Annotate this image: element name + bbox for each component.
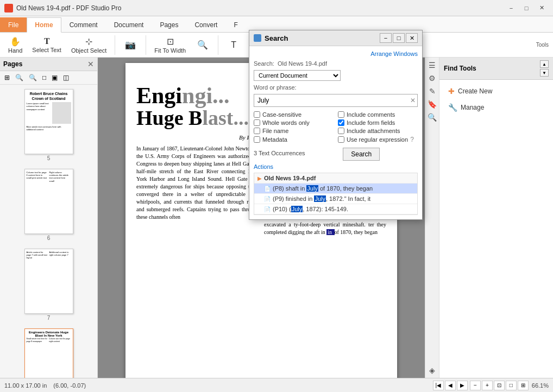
right-tool-2[interactable]: ⚙	[427, 73, 438, 84]
result-item-3[interactable]: 📄 (P10) (July, 1872): 145-149.	[254, 204, 417, 214]
zoom-fit-button[interactable]: ⊡	[494, 381, 505, 390]
include-comments-check[interactable]	[338, 111, 344, 118]
manage-button[interactable]: 🔧 Manage	[444, 100, 549, 115]
right-tool-1[interactable]: ☰	[427, 60, 438, 71]
metadata-check[interactable]	[254, 136, 260, 143]
next-page-button[interactable]: ▶	[457, 381, 468, 390]
pages-panel-header: Pages ✕	[0, 58, 97, 71]
zoom-button[interactable]: 🔍	[192, 37, 213, 52]
status-right: |◀ ◀ ▶ − + ⊡ □ ⊞ 66.1%	[433, 381, 549, 390]
file-name-check[interactable]	[254, 128, 260, 134]
result-group-expand-icon: ▶	[257, 175, 262, 181]
scope-select[interactable]: Current Document	[254, 70, 341, 81]
pages-panel-close[interactable]: ✕	[87, 60, 94, 68]
regex-help-icon[interactable]: ?	[410, 136, 414, 143]
pages-tool-2[interactable]: 🔍	[13, 73, 26, 83]
result-item-1-text: (P8) shaft in July of 1870, they began	[273, 185, 373, 192]
option-regex: Use regular expression ?	[338, 136, 418, 143]
actions-link[interactable]: Actions	[254, 163, 273, 170]
search-clear-button[interactable]: ✕	[410, 97, 416, 104]
pages-tool-4[interactable]: □	[40, 73, 48, 83]
pages-tool-5[interactable]: ▣	[49, 73, 60, 83]
regex-check[interactable]	[338, 136, 344, 143]
result-highlight-2: July	[314, 195, 326, 202]
zoom-icon: 🔍	[197, 40, 208, 50]
find-tools-scroll-arrows: ▲ ▼	[540, 60, 549, 77]
option-include-form-fields: Include form fields	[338, 119, 418, 126]
dialog-titlebar: Search − □ ✕	[249, 30, 422, 46]
dialog-minimize[interactable]: −	[380, 33, 392, 43]
snapshot-button[interactable]: 📷	[120, 37, 141, 53]
tab-f[interactable]: F	[225, 17, 246, 32]
text-button[interactable]: T	[223, 38, 244, 52]
right-toolbar: ☰ ⚙ ✎ 🔖 🔍 ◈	[425, 58, 439, 378]
prev-page-button[interactable]: ◀	[445, 381, 456, 390]
zoom-in-button[interactable]: +	[482, 381, 493, 390]
case-sensitive-check[interactable]	[254, 111, 260, 118]
file-name-label: File name	[262, 128, 288, 134]
search-scope-row: Search: Old News 19-4.pdf	[254, 60, 418, 67]
snapshot-icon: 📷	[125, 40, 136, 50]
case-sensitive-label: Case-sensitive	[262, 111, 301, 118]
fit-to-width-button[interactable]: ⊡ Fit To Width	[150, 34, 190, 56]
right-tool-3[interactable]: ✎	[427, 86, 438, 97]
pages-tool-1[interactable]: ⊞	[2, 73, 12, 83]
page-thumb-8[interactable]: Engineers Detonate Huge Blast In New Yor…	[2, 326, 95, 378]
dialog-maximize[interactable]: □	[393, 33, 405, 43]
search-button[interactable]: Search	[343, 148, 380, 161]
create-new-button[interactable]: ✚ Create New	[444, 84, 549, 98]
close-button[interactable]: ✕	[535, 3, 549, 13]
zoom-actual-button[interactable]: □	[506, 381, 517, 390]
page-thumb-7[interactable]: Article content for page 7 with small te…	[2, 246, 95, 323]
options-grid: Case-sensitive Include comments Whole wo…	[254, 111, 418, 143]
object-select-button[interactable]: ⊹ Object Select	[67, 34, 110, 56]
result-item-1-icon: 📄	[264, 186, 271, 192]
right-tool-5[interactable]: 🔍	[427, 112, 438, 123]
page-thumb-5[interactable]: Robert Bruce Chains Crown of Scotland Lo…	[2, 87, 95, 163]
search-input[interactable]	[254, 94, 418, 107]
select-text-button[interactable]: 𝐓 Select Text	[28, 34, 65, 55]
include-attachments-check[interactable]	[338, 128, 344, 134]
hand-tool-button[interactable]: ✋ Hand	[4, 34, 26, 56]
right-tool-bottom[interactable]: ◈	[427, 365, 438, 376]
result-group-header[interactable]: ▶ Old News 19-4.pdf	[254, 173, 417, 184]
option-case-sensitive: Case-sensitive	[254, 111, 334, 118]
results-count: 3 Text Occurrences	[254, 150, 305, 156]
pages-tool-3[interactable]: 🔍	[27, 73, 39, 83]
page-thumb-6[interactable]: Column text for page 6 content here in s…	[2, 167, 95, 243]
pages-tool-6[interactable]: ◫	[61, 73, 71, 83]
tab-home[interactable]: Home	[27, 17, 61, 33]
dialog-body: Arrange Windows Search: Old News 19-4.pd…	[249, 46, 422, 219]
word-phrase-label: Word or phrase:	[254, 84, 297, 91]
actions-row: Actions	[254, 163, 418, 170]
result-item-1[interactable]: 📄 (P8) shaft in July of 1870, they began	[254, 184, 417, 194]
right-tool-4[interactable]: 🔖	[427, 99, 438, 110]
maximize-button[interactable]: □	[519, 3, 533, 13]
search-dialog: Search − □ ✕ Arrange Windows Search: Old…	[249, 30, 423, 220]
result-item-3-text: (P10) (July, 1872): 145-149.	[273, 206, 348, 212]
tab-file[interactable]: File	[0, 17, 27, 32]
option-include-comments: Include comments	[338, 111, 418, 118]
dialog-close[interactable]: ✕	[406, 33, 418, 43]
zoom-out-button[interactable]: −	[470, 381, 481, 390]
tab-comment[interactable]: Comment	[61, 17, 106, 32]
tab-pages[interactable]: Pages	[152, 17, 186, 32]
fit-icon: ⊡	[167, 36, 174, 47]
first-page-button[interactable]: |◀	[433, 381, 444, 390]
include-form-fields-check[interactable]	[338, 119, 344, 126]
metadata-label: Metadata	[262, 136, 287, 143]
minimize-button[interactable]: −	[504, 3, 518, 13]
zoom-fit-page-button[interactable]: ⊞	[518, 381, 529, 390]
pdf-left-col: In January of 1867, Lieutenant-Colonel J…	[136, 145, 259, 236]
result-item-3-icon: 📄	[264, 206, 271, 212]
scroll-up-button[interactable]: ▲	[540, 60, 549, 68]
select-text-icon: 𝐓	[44, 36, 50, 46]
tab-convert[interactable]: Convert	[186, 17, 225, 32]
result-item-2[interactable]: 📄 (P9) finished in July, 1872." In fact,…	[254, 194, 417, 204]
zoom-level: 66.1%	[532, 382, 549, 389]
scroll-down-button[interactable]: ▼	[540, 69, 549, 77]
whole-words-check[interactable]	[254, 119, 260, 126]
tab-document[interactable]: Document	[106, 17, 152, 32]
arrange-windows-link[interactable]: Arrange Windows	[254, 50, 418, 57]
tools-group-label: Tools	[536, 42, 549, 48]
